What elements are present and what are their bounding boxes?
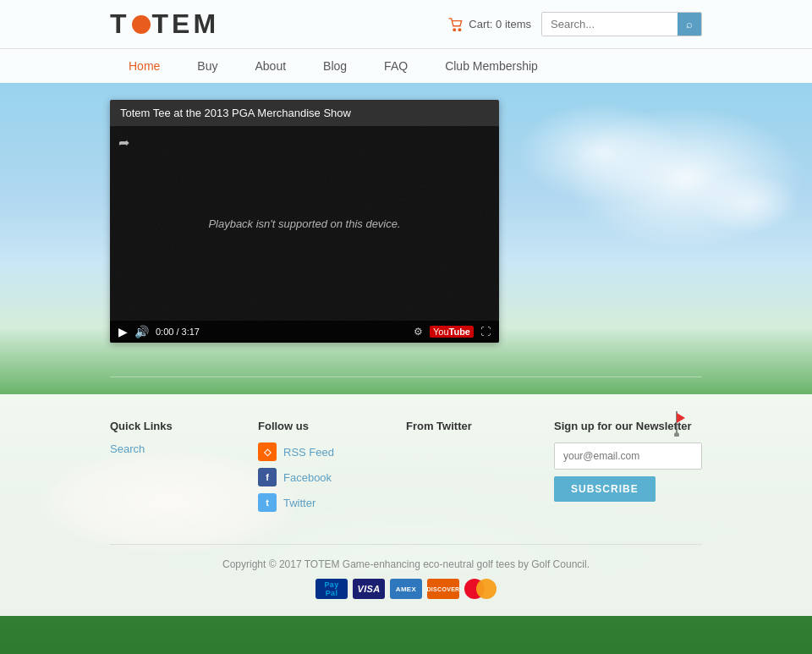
- nav-item-club-membership[interactable]: Club Membership: [426, 49, 557, 83]
- cart-info[interactable]: Cart: 0 items: [448, 18, 531, 31]
- video-controls: ▶ 🔊 0:00 / 3:17 ⚙ YouTube ⛶: [110, 321, 499, 343]
- svg-point-0: [453, 28, 456, 30]
- video-title: Totem Tee at the 2013 PGA Merchandise Sh…: [110, 100, 499, 126]
- mute-button[interactable]: 🔊: [134, 326, 149, 338]
- mastercard-icon: [464, 579, 497, 599]
- header-right: Cart: 0 items ⌕: [448, 12, 702, 36]
- follow-col: Follow us ◇ RSS Feed f Facebook t Twitte…: [258, 420, 406, 519]
- nav-item-faq[interactable]: FAQ: [365, 49, 426, 83]
- search-input[interactable]: [542, 13, 678, 36]
- subscribe-button[interactable]: SUBSCRIBE: [554, 476, 656, 502]
- social-facebook[interactable]: f Facebook: [258, 468, 406, 486]
- footer-columns: Quick Links Search Follow us ◇ RSS Feed …: [110, 420, 702, 519]
- newsletter-col: Sign up for our Newsletter SUBSCRIBE: [554, 420, 702, 519]
- social-rss[interactable]: ◇ RSS Feed: [258, 442, 406, 461]
- amex-icon: AMEX: [390, 579, 422, 599]
- video-player[interactable]: Totem Tee at the 2013 PGA Merchandise Sh…: [110, 100, 499, 343]
- rss-label: RSS Feed: [283, 446, 334, 459]
- twitter-col: From Twitter: [406, 420, 554, 519]
- paypal-icon: PayPal: [315, 579, 348, 599]
- facebook-icon: f: [258, 468, 277, 486]
- quick-links-col: Quick Links Search: [110, 420, 258, 519]
- follow-heading: Follow us: [258, 420, 406, 432]
- social-twitter[interactable]: t Twitter: [258, 493, 406, 512]
- visa-icon: VISA: [353, 579, 385, 599]
- quick-links-heading: Quick Links: [110, 420, 258, 432]
- time-display: 0:00 / 3:17: [156, 327, 407, 337]
- svg-marker-3: [677, 413, 685, 423]
- facebook-label: Facebook: [283, 471, 332, 484]
- search-button[interactable]: ⌕: [678, 13, 701, 36]
- newsletter-email-input[interactable]: [554, 442, 702, 470]
- main-nav: Home Buy About Blog FAQ Club Membership: [0, 48, 812, 83]
- play-button[interactable]: ▶: [118, 326, 128, 338]
- settings-icon[interactable]: ⚙: [414, 326, 423, 338]
- header: TTEM Cart: 0 items ⌕: [0, 0, 812, 48]
- footer-bottom: Copyright © 2017 TOTEM Game-enhancing ec…: [110, 544, 702, 599]
- main-content: Totem Tee at the 2013 PGA Merchandise Sh…: [0, 83, 812, 360]
- search-bar: ⌕: [541, 12, 702, 36]
- twitter-icon: t: [258, 493, 277, 512]
- svg-point-1: [458, 28, 461, 30]
- logo-circle: [132, 15, 151, 34]
- cart-text: Cart: 0 items: [469, 18, 531, 30]
- footer-link-search[interactable]: Search: [110, 442, 258, 455]
- payment-icons: PayPal VISA AMEX DISCOVER: [110, 579, 702, 599]
- nav-item-about[interactable]: About: [236, 49, 304, 83]
- video-playback-message: Playback isn't supported on this device.: [208, 217, 400, 230]
- cart-icon: [448, 18, 464, 31]
- video-body: ➦ Playback isn't supported on this devic…: [110, 126, 499, 321]
- logo[interactable]: TTEM: [110, 8, 219, 40]
- main-divider: [110, 376, 702, 377]
- svg-point-4: [674, 432, 679, 437]
- nav-item-buy[interactable]: Buy: [178, 49, 236, 83]
- youtube-logo: YouTube: [430, 326, 474, 338]
- twitter-label: Twitter: [283, 497, 315, 509]
- copyright-text: Copyright © 2017 TOTEM Game-enhancing ec…: [110, 558, 702, 570]
- golf-flag-container: [668, 411, 685, 439]
- twitter-heading: From Twitter: [406, 420, 554, 432]
- fullscreen-button[interactable]: ⛶: [480, 326, 491, 338]
- nav-item-blog[interactable]: Blog: [304, 49, 365, 83]
- rss-icon: ◇: [258, 442, 277, 461]
- share-icon[interactable]: ➦: [118, 135, 129, 151]
- golf-flag-icon: [668, 411, 685, 437]
- footer: Quick Links Search Follow us ◇ RSS Feed …: [0, 394, 812, 616]
- discover-icon: DISCOVER: [427, 579, 459, 599]
- nav-item-home[interactable]: Home: [110, 49, 178, 83]
